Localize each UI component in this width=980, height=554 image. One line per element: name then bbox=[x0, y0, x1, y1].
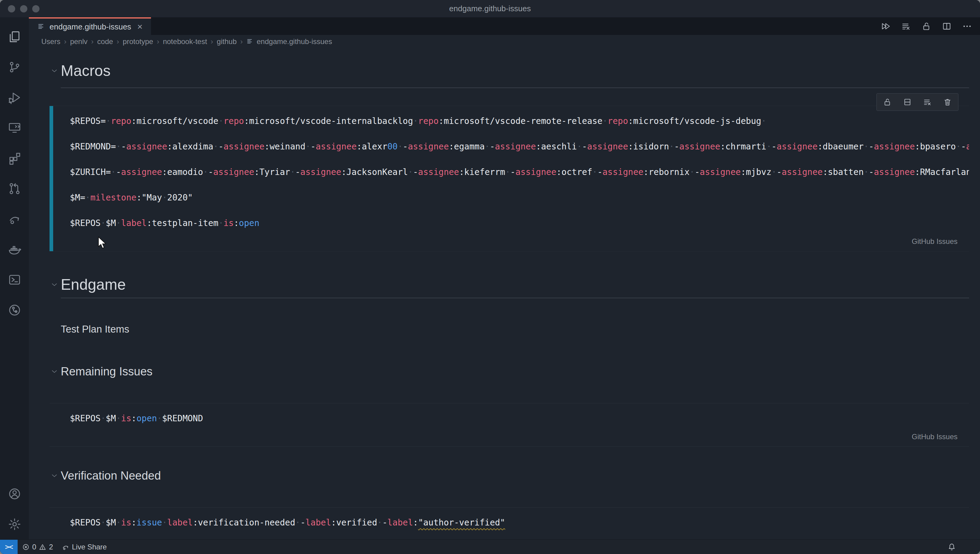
unlock-button[interactable] bbox=[921, 21, 931, 31]
activity-item-github-pull-requests[interactable] bbox=[0, 174, 29, 204]
run-all-button[interactable] bbox=[881, 21, 891, 31]
code-token: · bbox=[85, 193, 91, 202]
code-token: · bbox=[669, 142, 674, 151]
fold-chevron-down-icon[interactable] bbox=[50, 67, 59, 75]
activity-item-settings-gear[interactable] bbox=[0, 509, 29, 540]
activity-item-explorer[interactable] bbox=[0, 22, 29, 52]
split-cell-button[interactable] bbox=[903, 97, 912, 107]
breadcrumb-item-notebook-test[interactable]: notebook-test bbox=[163, 37, 207, 46]
code-token: · bbox=[602, 116, 608, 126]
activity-item-docker[interactable] bbox=[0, 234, 29, 264]
code-token: assignee bbox=[408, 142, 449, 151]
code-token: assignee bbox=[700, 167, 741, 177]
focused-cell-indicator bbox=[49, 106, 53, 251]
activity-item-account[interactable] bbox=[0, 479, 29, 509]
cell-language-picker[interactable]: GitHub Issues bbox=[912, 433, 958, 441]
breadcrumb-item-code[interactable]: code bbox=[97, 37, 113, 46]
zoom-window-button[interactable] bbox=[32, 5, 40, 13]
fold-chevron-down-icon[interactable] bbox=[50, 471, 59, 480]
tab-label: endgame.github-issues bbox=[49, 22, 131, 32]
activity-item-gitlens[interactable] bbox=[0, 295, 29, 325]
code-token: · bbox=[116, 218, 121, 228]
editor-column: endgame.github-issues × Users›penlv›code… bbox=[29, 18, 980, 540]
activity-item-remote-explorer[interactable] bbox=[0, 113, 29, 143]
breadcrumb-label: penlv bbox=[70, 37, 88, 46]
cell-language-picker[interactable]: GitHub Issues bbox=[912, 237, 958, 246]
clear-all-outputs-button[interactable] bbox=[901, 21, 911, 31]
live-share-status[interactable]: Live Share bbox=[57, 540, 111, 554]
unlock-button[interactable] bbox=[883, 97, 892, 107]
breadcrumb-item-github[interactable]: github bbox=[217, 37, 237, 46]
split-cell-icon bbox=[903, 97, 912, 107]
activity-item-live-share[interactable] bbox=[0, 204, 29, 234]
clear-cell-outputs-button[interactable] bbox=[923, 97, 932, 107]
code-token: · bbox=[761, 116, 767, 126]
run-and-debug-icon bbox=[8, 91, 22, 105]
code-token: :microsoft/vscode-remote-release bbox=[439, 116, 602, 126]
activity-item-run-and-debug[interactable] bbox=[0, 82, 29, 113]
code-token: · bbox=[100, 413, 106, 423]
breadcrumb-separator-icon: › bbox=[157, 37, 159, 46]
code-token: · bbox=[772, 167, 777, 177]
heading-text: Macros bbox=[61, 62, 111, 80]
close-window-button[interactable] bbox=[8, 5, 15, 13]
breadcrumb-file-icon bbox=[247, 38, 254, 45]
code-line: $ZURICH=·-assignee:eamodio·-assignee:Tyr… bbox=[70, 159, 969, 185]
activity-item-extensions[interactable] bbox=[0, 143, 29, 174]
code-token: · bbox=[100, 517, 106, 528]
code-token: open bbox=[239, 218, 259, 228]
problems-status[interactable]: 02 bbox=[18, 540, 57, 554]
delete-cell-button[interactable] bbox=[943, 97, 952, 107]
notebook-list-icon bbox=[37, 23, 45, 31]
activity-item-source-control[interactable] bbox=[0, 52, 29, 82]
split-editor-button[interactable] bbox=[942, 21, 952, 31]
code-token: · bbox=[157, 413, 162, 423]
code-token: issue bbox=[137, 517, 162, 528]
code-token: repo bbox=[608, 116, 628, 126]
heading-text: Test Plan Items bbox=[61, 323, 129, 335]
code-token: :rebornix bbox=[643, 167, 690, 177]
code-token: is bbox=[224, 218, 234, 228]
code-token: - bbox=[413, 167, 418, 177]
code-token: assignee bbox=[874, 142, 915, 151]
code-token: :JacksonKearl bbox=[341, 167, 408, 177]
code-token: repo bbox=[111, 116, 131, 126]
code-token: - bbox=[490, 142, 495, 151]
code-token: · bbox=[864, 142, 869, 151]
code-token: :kieferrm bbox=[459, 167, 505, 177]
fold-chevron-down-icon[interactable] bbox=[50, 367, 59, 376]
tab-close-icon[interactable]: × bbox=[137, 22, 143, 31]
more-actions-button[interactable] bbox=[962, 21, 972, 31]
code-token: assignee bbox=[776, 142, 818, 151]
breadcrumb-item-prototype[interactable]: prototype bbox=[123, 37, 153, 46]
window-title: endgame.github-issues bbox=[449, 4, 531, 13]
cell-code-editor[interactable]: $REPOS·$M·is:open·$REDMOND bbox=[70, 406, 969, 431]
code-token: $REPOS= bbox=[70, 116, 106, 126]
breadcrumb-item-users[interactable]: Users bbox=[41, 37, 60, 46]
warning-icon bbox=[38, 543, 46, 551]
extensions-icon bbox=[8, 151, 22, 165]
code-token: assignee bbox=[874, 167, 915, 177]
code-cell: $REPOS·$M·is:open·$REDMONDGitHub Issues bbox=[49, 403, 969, 447]
code-token: $M bbox=[106, 218, 116, 228]
breadcrumb-label: Users bbox=[41, 37, 60, 46]
remote-indicator[interactable]: >< bbox=[0, 540, 18, 554]
minimize-window-button[interactable] bbox=[20, 5, 27, 13]
cell-code-editor[interactable]: $REPOS=·repo:microsoft/vscode·repo:micro… bbox=[70, 108, 969, 236]
code-token: :octref bbox=[557, 167, 592, 177]
tab-endgame-github-issues[interactable]: endgame.github-issues × bbox=[29, 18, 151, 35]
breadcrumb-item-endgame-github-issues[interactable]: endgame.github-issues bbox=[247, 37, 332, 46]
code-token: - bbox=[772, 142, 777, 151]
clear-all-outputs-icon bbox=[901, 21, 911, 31]
notifications-bell-icon[interactable] bbox=[947, 543, 956, 552]
fold-chevron-down-icon[interactable] bbox=[50, 280, 59, 289]
activity-item-terminal[interactable] bbox=[0, 264, 29, 295]
breadcrumb-item-penlv[interactable]: penlv bbox=[70, 37, 88, 46]
section-heading-verification-needed: Verification Needed bbox=[61, 469, 969, 482]
breadcrumb-label: notebook-test bbox=[163, 37, 207, 46]
cell-code-editor[interactable]: $REPOS·$M·is:issue·label:verification-ne… bbox=[70, 510, 969, 535]
code-token: :microsoft/vscode-internalbacklog bbox=[244, 116, 413, 126]
code-token: assignee bbox=[224, 142, 265, 151]
code-token: $REDMOND= bbox=[70, 142, 116, 151]
code-token: · bbox=[162, 517, 167, 528]
